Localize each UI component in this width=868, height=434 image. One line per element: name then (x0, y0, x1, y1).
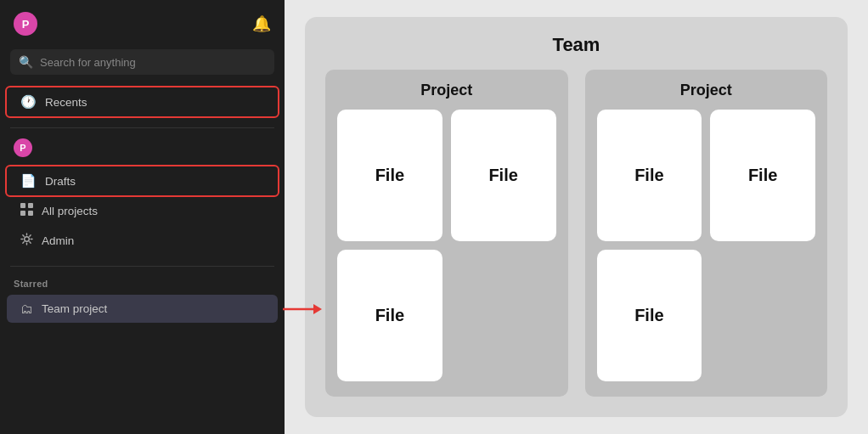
search-icon: 🔍 (19, 55, 33, 69)
folder-icon: 🗂 (20, 302, 33, 316)
team-container: Team Project File File File (305, 17, 848, 417)
project-1-files: File File File (337, 110, 556, 381)
main-content: Team Project File File File (285, 0, 868, 434)
nav-section: 🕐 Recents (0, 83, 285, 121)
svg-rect-3 (28, 211, 33, 216)
red-arrow-icon (281, 301, 322, 318)
search-placeholder-text: Search for anything (40, 56, 136, 69)
projects-row: Project File File File Project (325, 70, 827, 397)
sidebar-item-recents[interactable]: 🕐 Recents (7, 87, 278, 116)
file-card[interactable]: File (451, 110, 556, 241)
svg-rect-2 (20, 211, 25, 216)
starred-section: 🗂 Team project (0, 290, 285, 327)
project-2-files: File File File (597, 110, 816, 381)
file-card[interactable]: File (597, 110, 702, 241)
file-card[interactable]: File (337, 110, 442, 241)
sidebar: P 🔔 🔍 Search for anything 🕐 Recents P 📄 … (0, 0, 285, 434)
project-1-title: Project (337, 82, 556, 99)
svg-rect-1 (28, 203, 33, 208)
grid-icon (20, 203, 33, 218)
divider-1 (10, 127, 274, 128)
sidebar-item-drafts[interactable]: 📄 Drafts (7, 166, 278, 195)
user-small-avatar[interactable]: P (14, 138, 32, 157)
project-2: Project File File File (585, 70, 828, 397)
svg-rect-0 (20, 203, 25, 208)
drafts-icon: 📄 (20, 173, 37, 189)
bell-icon[interactable]: 🔔 (252, 14, 271, 33)
admin-icon (20, 233, 33, 248)
avatar[interactable]: P (14, 12, 37, 36)
user-avatar-row: P (0, 135, 285, 162)
search-bar[interactable]: 🔍 Search for anything (10, 49, 274, 75)
team-title: Team (325, 34, 827, 56)
svg-point-4 (25, 237, 30, 242)
sidebar-item-admin[interactable]: Admin (7, 226, 278, 255)
divider-2 (10, 266, 274, 267)
project-1: Project File File File (325, 70, 568, 397)
file-card[interactable]: File (597, 250, 702, 381)
file-card[interactable]: File (710, 110, 815, 241)
sidebar-header: P 🔔 (0, 0, 285, 44)
project-2-title: Project (597, 82, 816, 99)
file-card[interactable]: File (337, 250, 442, 381)
clock-icon: 🕐 (20, 94, 37, 110)
svg-marker-6 (313, 304, 322, 314)
nav-section-2: 📄 Drafts All projects Admin (0, 162, 285, 259)
sidebar-item-team-project[interactable]: 🗂 Team project (7, 295, 278, 323)
starred-label: Starred (0, 273, 285, 290)
sidebar-item-all-projects[interactable]: All projects (7, 196, 278, 225)
